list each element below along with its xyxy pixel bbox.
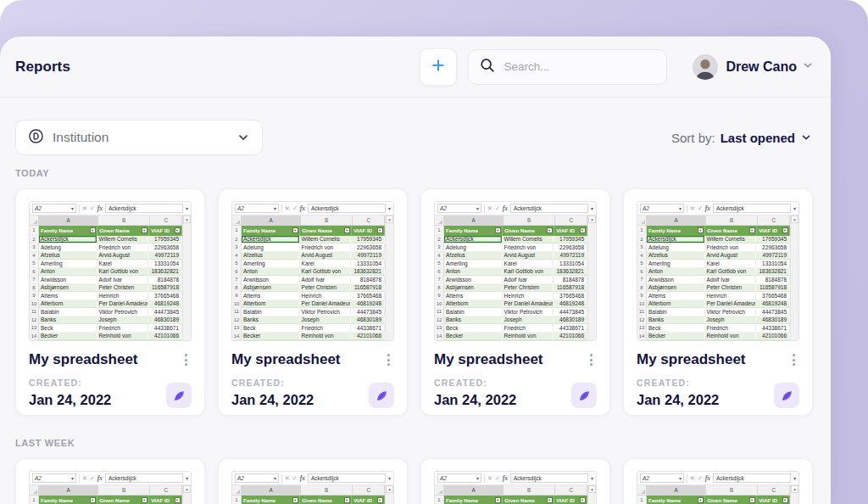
sheet-row: 2 Ackersdijck Willem Cornelis 17959345 — [30, 236, 182, 244]
chevron-down-icon: ▾ — [71, 475, 74, 481]
sheet-row: 3 Adelung Friedrich von 22963658 — [435, 244, 587, 252]
triangle-up-icon: ▲ — [183, 485, 191, 493]
sheet-select-all-corner — [435, 485, 444, 495]
search-box[interactable] — [468, 49, 667, 85]
sheet-scrollbar: ▲ — [182, 216, 191, 340]
filter-dropdown-icon: ▾ — [292, 497, 298, 503]
sheet-formula-bar: A2▾ ✕ ✓ fx Ackersdijck ▾ — [30, 202, 191, 216]
kebab-menu-icon[interactable] — [788, 351, 799, 368]
kebab-menu-icon[interactable] — [181, 351, 192, 368]
kebab-menu-icon[interactable] — [586, 351, 597, 368]
sheet-header-row: 1 Family Name▾ Given Name▾ VIAF ID▾ — [637, 496, 790, 504]
purple-leaf-logo-icon — [369, 383, 394, 408]
sheet-header-row: 1 Family Name▾ Given Name▾ VIAF ID▾ — [30, 226, 182, 236]
sheet-row: 8 Asbjørnsen Peter Christen 116587918 — [435, 284, 587, 293]
sheet-row: 3 Adelung Friedrich von 22963658 — [30, 244, 182, 252]
fx-icon: fx — [503, 204, 508, 212]
filter-dropdown-icon: ▾ — [698, 497, 704, 503]
report-card[interactable]: A2▾ ✕ ✓ fx Ackersdijck ▾ A B C 1 — [218, 458, 408, 504]
fx-icon: fx — [705, 474, 710, 482]
created-label: CREATED: — [637, 378, 719, 388]
card-grid: A2▾ ✕ ✓ fx Ackersdijck ▾ A B C 1 — [15, 458, 813, 504]
sheet-row: 9 Attems Heinrich 37665468 — [30, 292, 182, 300]
sheet-rows: 2 Ackersdijck Willem Cornelis 17959345 3… — [637, 236, 790, 341]
sheet-formula-bar: A2▾ ✕ ✓ fx Ackersdijck ▾ — [232, 472, 393, 485]
card-title: My spreadsheet — [29, 351, 138, 368]
sheet-select-all-corner — [232, 485, 242, 495]
report-card[interactable]: A2▾ ✕ ✓ fx Ackersdijck ▾ A B C 1 — [420, 188, 610, 416]
kebab-menu-icon[interactable] — [383, 351, 394, 368]
filter-dropdown-icon: ▾ — [90, 227, 96, 233]
header: Reports Drew Cano — [0, 36, 831, 98]
sheet-header-row: 1 Family Name▾ Given Name▾ VIAF ID▾ — [435, 496, 587, 504]
sheet-row: 9 Attems Heinrich 37665468 — [232, 292, 385, 300]
sheet-row: 11 Balabin Viktor Petrovich 44473845 — [637, 308, 790, 316]
filter-dropdown-icon: ▾ — [580, 227, 586, 233]
purple-leaf-logo-icon — [774, 383, 799, 408]
filter-dropdown-icon: ▾ — [377, 227, 383, 233]
sheet-row: 4 Afzelius Arvid August 49972119 — [232, 252, 385, 260]
chevron-down-icon: ▾ — [591, 205, 593, 211]
check-icon: ✓ — [698, 475, 703, 481]
purple-leaf-logo-icon — [571, 383, 597, 408]
filter-dropdown-icon: ▾ — [142, 227, 147, 233]
created-date: Jan 24, 2022 — [29, 392, 111, 408]
page-title: Reports — [15, 59, 70, 76]
plus-icon — [430, 57, 447, 76]
sheet-column-headers: A B C — [30, 216, 182, 226]
triangle-up-icon: ▲ — [386, 216, 393, 223]
sheet-row: 12 Banks Joseph 46830189 — [637, 316, 790, 325]
search-input[interactable] — [504, 60, 639, 73]
report-card[interactable]: A2▾ ✕ ✓ fx Ackersdijck ▾ A B C 1 — [420, 458, 610, 504]
created-date: Jan 24, 2022 — [637, 392, 719, 408]
sheet-row: 7 Arwidsson Adolf Ivar 8184878 — [232, 276, 385, 284]
report-card[interactable]: A2▾ ✕ ✓ fx Ackersdijck ▾ A B C 1 — [623, 188, 813, 416]
report-card[interactable]: A2▾ ✕ ✓ fx Ackersdijck ▾ A B C 1 — [218, 188, 408, 416]
sheet-row: 4 Afzelius Arvid August 49972119 — [435, 252, 587, 260]
report-card[interactable]: A2▾ ✕ ✓ fx Ackersdijck ▾ A B C 1 — [15, 188, 205, 416]
sheet-formula-value: Ackersdijck — [105, 473, 183, 483]
sheet-formula-bar: A2▾ ✕ ✓ fx Ackersdijck ▾ — [435, 472, 596, 485]
chevron-down-icon — [236, 131, 250, 144]
sheet-column-headers: A B C — [435, 216, 587, 226]
filter-dropdown-icon: ▾ — [90, 497, 96, 503]
fx-icon: fx — [97, 474, 103, 482]
chevron-down-icon — [800, 132, 812, 143]
spreadsheet-preview: A2▾ ✕ ✓ fx Ackersdijck ▾ A B C 1 — [637, 201, 799, 341]
filter-bar: Institution Sort by: Last opened — [15, 120, 812, 155]
sheet-row: 3 Adelung Friedrich von 22963658 — [232, 244, 385, 252]
sheet-row: 2 Ackersdijck Willem Cornelis 17959345 — [435, 236, 587, 244]
check-icon: ✓ — [495, 205, 500, 211]
sheet-select-all-corner — [30, 485, 39, 495]
check-icon: ✓ — [90, 205, 95, 211]
chevron-down-icon: ▾ — [186, 205, 188, 211]
institution-filter[interactable]: Institution — [15, 120, 263, 155]
chevron-down-icon: ▾ — [388, 475, 391, 481]
filter-dropdown-icon: ▾ — [292, 227, 298, 233]
sort-by-control[interactable]: Sort by: Last opened — [671, 131, 812, 145]
x-icon: ✕ — [82, 205, 87, 211]
sheet-select-all-corner — [637, 485, 647, 495]
sheet-row: 5 Amerling Karel 13331054 — [637, 260, 790, 268]
sheet-scrollbar: ▲ — [587, 216, 596, 340]
sheet-scrollbar: ▲ — [385, 216, 393, 340]
sheet-row: 7 Arwidsson Adolf Ivar 8184878 — [30, 276, 182, 284]
chevron-down-icon: ▾ — [793, 475, 796, 481]
triangle-up-icon: ▲ — [183, 216, 191, 223]
triangle-up-icon: ▲ — [588, 216, 596, 223]
sheet-row: 6 Anton Karl Gottlob von 183632821 — [637, 268, 790, 277]
filter-dropdown-icon: ▾ — [749, 227, 755, 233]
user-menu[interactable]: Drew Cano — [693, 54, 814, 80]
filter-dropdown-icon: ▾ — [344, 227, 350, 233]
report-card[interactable]: A2▾ ✕ ✓ fx Ackersdijck ▾ A B C 1 — [15, 458, 205, 504]
sheet-row: 14 Becker Reinhold von 42101066 — [637, 333, 790, 341]
chevron-down-icon: ▾ — [476, 205, 479, 211]
sheet-row: 9 Attems Heinrich 37665468 — [637, 292, 790, 300]
created-date: Jan 24, 2022 — [434, 392, 516, 408]
sheet-name-box: A2▾ — [235, 204, 279, 213]
sheet-formula-value: Ackersdijck — [308, 204, 386, 213]
add-report-button[interactable] — [420, 48, 457, 86]
spreadsheet-preview: A2▾ ✕ ✓ fx Ackersdijck ▾ A B C 1 — [637, 471, 799, 504]
triangle-up-icon: ▲ — [791, 485, 798, 493]
report-card[interactable]: A2▾ ✕ ✓ fx Ackersdijck ▾ A B C 1 — [623, 458, 813, 504]
